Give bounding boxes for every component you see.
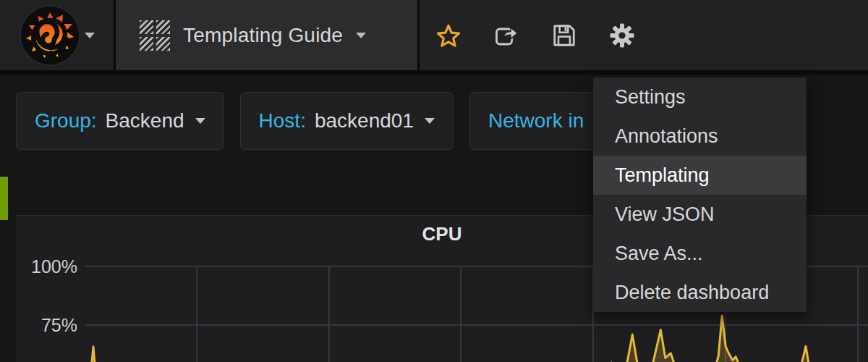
y-tick-label: 75% [16, 315, 77, 336]
dashboard-title-dropdown[interactable]: Templating Guide [116, 0, 420, 70]
y-tick-label: 100% [16, 256, 77, 277]
menu-item-settings[interactable]: Settings [593, 77, 807, 117]
save-button[interactable] [551, 0, 577, 70]
menu-item-delete-dashboard[interactable]: Delete dashboard [593, 273, 807, 312]
share-icon [493, 22, 519, 49]
grafana-logo-icon [20, 5, 80, 66]
variable-value: backend01 [315, 109, 414, 132]
variable-label: Group: [35, 109, 97, 132]
menu-item-view-json[interactable]: View JSON [593, 195, 807, 234]
menu-item-annotations[interactable]: Annotations [593, 117, 807, 156]
dashboard-grid-icon [140, 20, 170, 51]
gear-icon [609, 22, 635, 49]
chevron-down-icon [195, 118, 205, 124]
title-dropdown-caret-icon [356, 33, 366, 38]
star-button[interactable] [435, 0, 461, 70]
logo-dropdown-caret-icon [85, 33, 95, 38]
star-icon [435, 22, 461, 49]
variable-value: Backend [106, 109, 184, 132]
variable-dropdown-group[interactable]: Group:Backend [16, 92, 224, 150]
save-icon [551, 22, 577, 49]
menu-item-save-as[interactable]: Save As... [593, 234, 807, 273]
variable-dropdown-host[interactable]: Host:backend01 [240, 92, 454, 150]
variable-label: Network in [488, 109, 584, 132]
grafana-logo-menu[interactable] [0, 0, 116, 70]
navbar: Templating Guide [0, 0, 868, 75]
dashboard-settings-button[interactable] [609, 0, 635, 70]
share-button[interactable] [493, 0, 519, 70]
dashboard-settings-menu: SettingsAnnotationsTemplatingView JSONSa… [593, 77, 807, 312]
menu-item-templating[interactable]: Templating [593, 156, 807, 195]
variable-label: Host: [259, 109, 306, 132]
navbar-actions [420, 0, 868, 70]
chevron-down-icon [425, 118, 435, 124]
row-collapse-handle[interactable] [0, 177, 8, 220]
dashboard-title: Templating Guide [183, 24, 343, 47]
